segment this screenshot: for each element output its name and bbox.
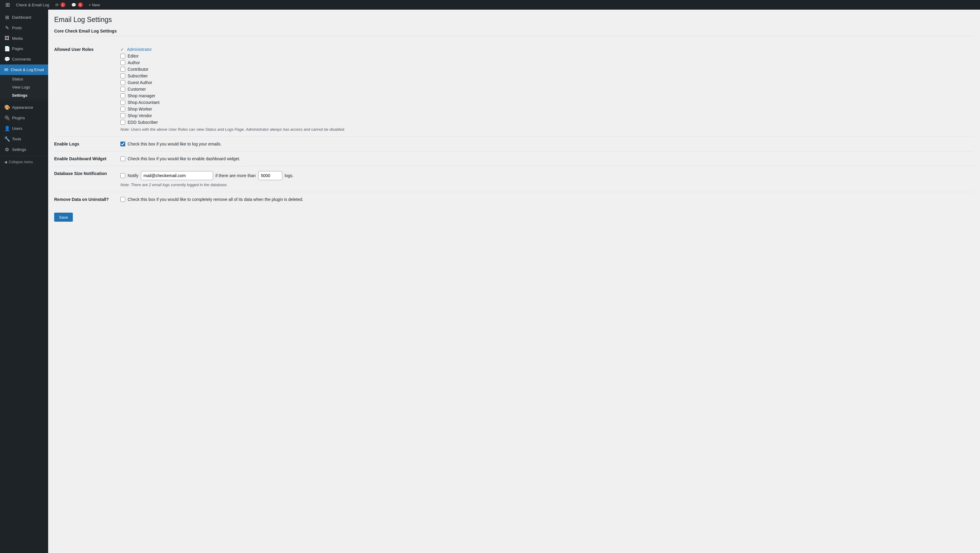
sidebar-item-settings[interactable]: ⚙ Settings [0,144,48,155]
role-subscriber-label: Subscriber [127,73,148,78]
role-contributor-label: Contributor [127,67,148,72]
sidebar-item-appearance[interactable]: 🎨 Appearance [0,102,48,113]
settings-icon: ⚙ [4,147,10,152]
sidebar-item-check-log-email[interactable]: ✉ Check & Log Email [0,64,48,75]
allowed-user-roles-field: ✓ Administrator Editor Author [120,42,974,137]
plugins-icon: 🔌 [4,115,10,121]
remove-data-checkbox-row: Check this box if you would like to comp… [120,197,974,202]
role-edd-subscriber-checkbox[interactable] [120,120,125,125]
allowed-user-roles-row: Allowed User Roles ✓ Administrator Edito… [54,42,974,137]
remove-data-row: Remove Data on Uninstall? Check this box… [54,192,974,207]
pages-icon: 📄 [4,46,10,51]
role-shop-vendor-row: Shop Vendor [120,113,974,118]
page-title: Email Log Settings [54,16,974,24]
remove-data-field: Check this box if you would like to comp… [120,192,974,207]
role-edd-subscriber-row: EDD Subscriber [120,120,974,125]
db-size-label: Database Size Notification [54,166,120,192]
role-customer-row: Customer [120,87,974,92]
role-customer-label: Customer [127,87,146,92]
enable-dashboard-field: Check this box if you would like to enab… [120,151,974,166]
remove-data-text: Check this box if you would like to comp… [127,197,303,202]
remove-data-label: Remove Data on Uninstall? [54,192,120,207]
role-editor-label: Editor [127,54,139,59]
sidebar-item-tools[interactable]: 🔧 Tools [0,134,48,144]
sidebar-item-media[interactable]: 🖼 Media [0,33,48,43]
role-author-label: Author [127,60,140,65]
submenu-view-logs[interactable]: View Logs [0,83,48,91]
db-size-field: Notify if there are more than logs. Note… [120,166,974,192]
sidebar-item-dashboard[interactable]: ⊞ Dashboard [0,12,48,22]
role-shop-vendor-checkbox[interactable] [120,113,125,118]
email-icon: ✉ [4,67,8,73]
sidebar-item-comments[interactable]: 💬 Comments [0,54,48,64]
sidebar-item-users[interactable]: 👤 Users [0,123,48,134]
users-icon: 👤 [4,126,10,131]
allowed-user-roles-label: Allowed User Roles [54,42,120,137]
adminbar-wp-logo[interactable]: ⊞ [2,0,13,10]
wp-logo-icon: ⊞ [5,2,10,8]
collapse-icon: ◀ [4,160,7,164]
db-notify-text: Notify [127,173,138,178]
db-notify-checkbox[interactable] [120,173,125,178]
role-customer-checkbox[interactable] [120,87,125,92]
media-icon: 🖼 [4,35,10,41]
adminbar-new[interactable]: + New [86,0,103,10]
role-shop-worker-label: Shop Worker [127,107,152,112]
db-size-notification-row: Database Size Notification Notify if the… [54,166,974,192]
role-shop-accountant-checkbox[interactable] [120,100,125,105]
check-log-email-submenu: Status View Logs Settings [0,75,48,99]
role-contributor-checkbox[interactable] [120,67,125,72]
adminbar-comments[interactable]: 💬 0 [68,0,86,10]
sidebar-item-pages[interactable]: 📄 Pages [0,43,48,54]
enable-logs-label: Enable Logs [54,137,120,151]
db-notify-row: Notify if there are more than logs. [120,171,974,180]
enable-logs-field: Check this box if you would like to log … [120,137,974,151]
collapse-menu-button[interactable]: ◀ Collapse menu [0,158,48,167]
save-button[interactable]: Save [54,213,73,222]
role-shop-vendor-label: Shop Vendor [127,113,152,118]
role-shop-accountant-label: Shop Accountant [127,100,159,105]
submenu-status[interactable]: Status [0,75,48,83]
enable-logs-text: Check this box if you would like to log … [127,142,221,147]
role-editor-checkbox[interactable] [120,54,125,59]
db-logs-count-input[interactable] [258,171,282,180]
role-editor-row: Editor [120,54,974,59]
role-contributor-row: Contributor [120,67,974,72]
role-guest-author-checkbox[interactable] [120,80,125,85]
db-note: Note: There are 2 email logs currently l… [120,183,974,187]
settings-table: Allowed User Roles ✓ Administrator Edito… [54,42,974,207]
roles-note: Note: Users with the above User Roles ca… [120,127,974,132]
enable-logs-checkbox[interactable] [120,142,125,147]
adminbar-site-name[interactable]: Check & Email Log [13,0,52,10]
role-shop-worker-checkbox[interactable] [120,107,125,112]
comments-icon: 💬 [72,3,76,7]
role-administrator-row: ✓ Administrator [120,47,974,52]
role-guest-author-label: Guest Author [127,80,152,85]
enable-dashboard-checkbox[interactable] [120,156,125,161]
db-notify-email-input[interactable] [141,171,213,180]
role-shop-manager-label: Shop manager [127,93,155,98]
role-administrator-label: Administrator [127,47,152,52]
updates-badge: 1 [60,2,65,7]
adminbar-updates[interactable]: ⟳ 1 [52,0,68,10]
section-title: Core Check Email Log Settings [54,29,974,36]
save-button-container: Save [54,213,974,222]
enable-dashboard-row: Enable Dashboard Widget Check this box i… [54,151,974,166]
db-if-more-than-text: if there are more than [215,173,256,178]
submenu-settings[interactable]: Settings [0,91,48,99]
remove-data-checkbox[interactable] [120,197,125,202]
role-shop-worker-row: Shop Worker [120,107,974,112]
sidebar-item-plugins[interactable]: 🔌 Plugins [0,113,48,123]
role-subscriber-checkbox[interactable] [120,73,125,78]
role-shop-accountant-row: Shop Accountant [120,100,974,105]
role-author-row: Author [120,60,974,65]
enable-dashboard-checkbox-row: Check this box if you would like to enab… [120,156,974,161]
role-shop-manager-checkbox[interactable] [120,93,125,98]
sidebar-item-posts[interactable]: ✎ Posts [0,22,48,33]
comments-menu-icon: 💬 [4,56,10,62]
enable-dashboard-label: Enable Dashboard Widget [54,151,120,166]
role-shop-manager-row: Shop manager [120,93,974,98]
role-author-checkbox[interactable] [120,60,125,65]
admin-bar: ⊞ Check & Email Log ⟳ 1 💬 0 + New [0,0,980,10]
tools-icon: 🔧 [4,136,10,142]
